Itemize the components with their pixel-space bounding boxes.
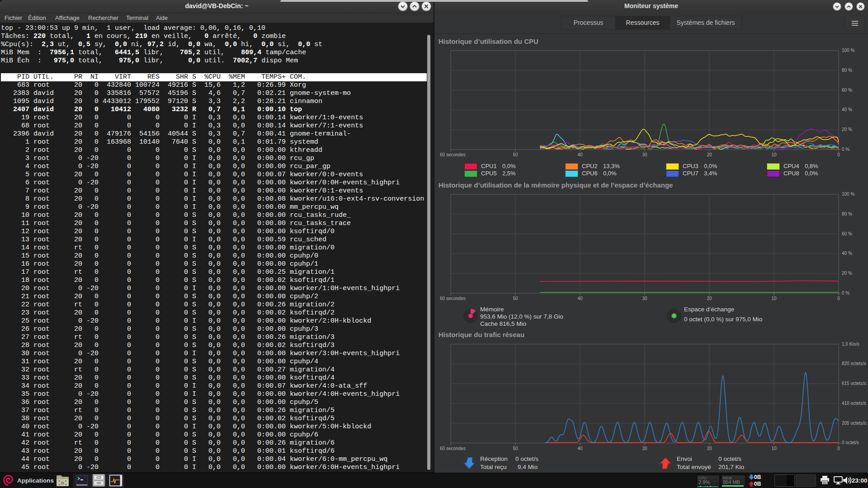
svg-text:D: D — [61, 481, 64, 485]
